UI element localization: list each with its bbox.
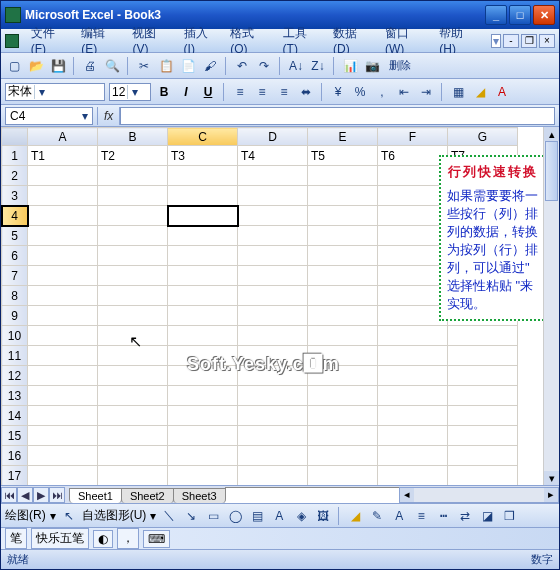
row-header-selected[interactable]: 4 — [2, 206, 28, 226]
row-header[interactable]: 1 — [2, 146, 28, 166]
formula-input[interactable] — [120, 107, 555, 125]
undo-icon[interactable]: ↶ — [233, 57, 251, 75]
borders-icon[interactable]: ▦ — [449, 83, 467, 101]
col-header[interactable]: E — [308, 128, 378, 146]
row-header[interactable]: 14 — [2, 406, 28, 426]
horizontal-scrollbar[interactable]: ◂ ▸ — [399, 487, 559, 503]
sheet-tab-active[interactable]: Sheet1 — [69, 488, 122, 503]
line-style-icon[interactable]: ≡ — [412, 507, 430, 525]
ime-softkbd[interactable]: ⌨ — [143, 530, 170, 548]
tab-nav-prev[interactable]: ◀ — [17, 487, 33, 503]
mdi-restore[interactable]: ❐ — [521, 34, 537, 48]
fill-color-icon[interactable]: ◢ — [471, 83, 489, 101]
col-header-selected[interactable]: C — [168, 128, 238, 146]
active-cell[interactable] — [168, 206, 238, 226]
cell[interactable]: T3 — [168, 146, 238, 166]
clipart-icon[interactable]: 🖼 — [314, 507, 332, 525]
diagram-icon[interactable]: ◈ — [292, 507, 310, 525]
col-header[interactable]: B — [98, 128, 168, 146]
line-icon[interactable]: ＼ — [160, 507, 178, 525]
save-icon[interactable]: 💾 — [49, 57, 67, 75]
ime-fullwidth[interactable]: ◐ — [93, 530, 113, 548]
cell[interactable]: T5 — [308, 146, 378, 166]
minimize-button[interactable]: _ — [485, 5, 507, 25]
scroll-left-icon[interactable]: ◂ — [400, 488, 414, 502]
cell[interactable]: T4 — [238, 146, 308, 166]
row-header[interactable]: 15 — [2, 426, 28, 446]
font-color-icon[interactable]: A — [493, 83, 511, 101]
merge-center-icon[interactable]: ⬌ — [297, 83, 315, 101]
open-icon[interactable]: 📂 — [27, 57, 45, 75]
row-header[interactable]: 3 — [2, 186, 28, 206]
textbox-icon[interactable]: ▤ — [248, 507, 266, 525]
dash-style-icon[interactable]: ┅ — [434, 507, 452, 525]
mdi-minimize[interactable]: - — [503, 34, 519, 48]
tab-nav-last[interactable]: ⏭ — [49, 487, 65, 503]
align-right-icon[interactable]: ≡ — [275, 83, 293, 101]
arrow-icon[interactable]: ↘ — [182, 507, 200, 525]
row-header[interactable]: 12 — [2, 366, 28, 386]
font-size-combo[interactable]: 12▾ — [109, 83, 151, 101]
row-header[interactable]: 17 — [2, 466, 28, 486]
row-header[interactable]: 2 — [2, 166, 28, 186]
increase-indent-icon[interactable]: ⇥ — [417, 83, 435, 101]
row-header[interactable]: 16 — [2, 446, 28, 466]
align-left-icon[interactable]: ≡ — [231, 83, 249, 101]
close-button[interactable]: ✕ — [533, 5, 555, 25]
preview-icon[interactable]: 🔍 — [103, 57, 121, 75]
copy-icon[interactable]: 📋 — [157, 57, 175, 75]
line-color-icon[interactable]: ✎ — [368, 507, 386, 525]
vertical-scrollbar[interactable]: ▴ ▾ — [543, 127, 559, 485]
comma-icon[interactable]: , — [373, 83, 391, 101]
bold-button[interactable]: B — [155, 83, 173, 101]
select-all-corner[interactable] — [2, 128, 28, 146]
type-question-box[interactable]: ▾ — [491, 34, 501, 48]
sheet-tab[interactable]: Sheet2 — [121, 488, 174, 503]
fx-label[interactable]: fx — [97, 107, 120, 125]
row-header[interactable]: 7 — [2, 266, 28, 286]
name-box[interactable]: C4▾ — [5, 107, 93, 125]
row-header[interactable]: 10 — [2, 326, 28, 346]
wordart-icon[interactable]: A — [270, 507, 288, 525]
autoshapes-menu[interactable]: 自选图形(U) — [82, 507, 147, 524]
rectangle-icon[interactable]: ▭ — [204, 507, 222, 525]
ime-punct[interactable]: ， — [117, 528, 139, 549]
row-header[interactable]: 9 — [2, 306, 28, 326]
row-header[interactable]: 13 — [2, 386, 28, 406]
tab-nav-first[interactable]: ⏮ — [1, 487, 17, 503]
row-header[interactable]: 8 — [2, 286, 28, 306]
arrow-style-icon[interactable]: ⇄ — [456, 507, 474, 525]
col-header[interactable]: F — [378, 128, 448, 146]
font-color-icon[interactable]: A — [390, 507, 408, 525]
sort-desc-icon[interactable]: Z↓ — [309, 57, 327, 75]
maximize-button[interactable]: □ — [509, 5, 531, 25]
decrease-indent-icon[interactable]: ⇤ — [395, 83, 413, 101]
scroll-up-icon[interactable]: ▴ — [544, 127, 559, 141]
redo-icon[interactable]: ↷ — [255, 57, 273, 75]
sort-asc-icon[interactable]: A↓ — [287, 57, 305, 75]
draw-menu[interactable]: 绘图(R) — [5, 507, 46, 524]
camera-icon[interactable]: 📷 — [363, 57, 381, 75]
row-header[interactable]: 5 — [2, 226, 28, 246]
3d-icon[interactable]: ❒ — [500, 507, 518, 525]
row-header[interactable]: 11 — [2, 346, 28, 366]
ime-toggle[interactable]: 笔 — [5, 528, 27, 549]
select-objects-icon[interactable]: ↖ — [60, 507, 78, 525]
col-header[interactable]: D — [238, 128, 308, 146]
new-icon[interactable]: ▢ — [5, 57, 23, 75]
ime-name[interactable]: 快乐五笔 — [31, 528, 89, 549]
col-header[interactable]: G — [448, 128, 518, 146]
currency-icon[interactable]: ¥ — [329, 83, 347, 101]
fill-icon[interactable]: ◢ — [346, 507, 364, 525]
percent-icon[interactable]: % — [351, 83, 369, 101]
scroll-down-icon[interactable]: ▾ — [544, 471, 559, 485]
cell[interactable]: T2 — [98, 146, 168, 166]
sheet-tab[interactable]: Sheet3 — [173, 488, 226, 503]
underline-button[interactable]: U — [199, 83, 217, 101]
tab-nav-next[interactable]: ▶ — [33, 487, 49, 503]
cell[interactable]: T1 — [28, 146, 98, 166]
font-name-combo[interactable]: 宋体▾ — [5, 83, 105, 101]
mdi-close[interactable]: × — [539, 34, 555, 48]
italic-button[interactable]: I — [177, 83, 195, 101]
delete-label[interactable]: 删除 — [389, 58, 411, 73]
